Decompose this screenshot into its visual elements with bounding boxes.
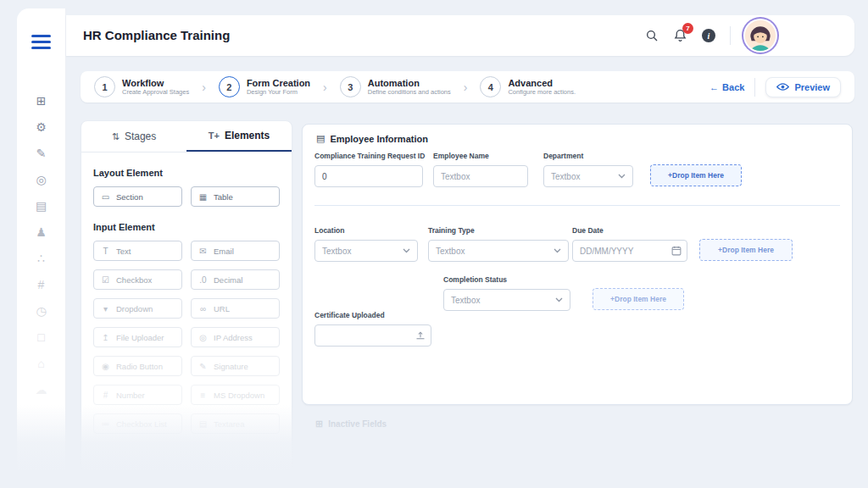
upload-icon[interactable] bbox=[415, 330, 426, 341]
step-advanced[interactable]: 4 Advanced Configure more actions. bbox=[480, 76, 576, 97]
element-decimal[interactable]: .0 Decimal bbox=[191, 269, 280, 290]
request-id-input[interactable] bbox=[314, 165, 423, 187]
element-dropdown[interactable]: ▾ Dropdown bbox=[93, 298, 182, 319]
textarea-icon: ▤ bbox=[198, 419, 208, 429]
radio-icon: ◉ bbox=[101, 362, 110, 371]
archive-icon[interactable]: □ bbox=[37, 331, 44, 343]
element-label: Number bbox=[116, 391, 145, 400]
palette-body: Layout Element ▭ Section ▦ Table Input E… bbox=[81, 152, 292, 444]
documents-icon[interactable]: ▤ bbox=[36, 200, 47, 212]
step-label: Automation bbox=[368, 78, 451, 89]
drop-zone-label: +Drop Item Here bbox=[718, 246, 774, 254]
users-icon[interactable]: ♟ bbox=[36, 226, 47, 238]
boards-icon[interactable]: ⊞ bbox=[36, 95, 47, 107]
employee-name-input[interactable] bbox=[433, 165, 528, 187]
department-select[interactable]: Textbox bbox=[543, 165, 633, 187]
notifications-bell-icon[interactable]: 7 bbox=[673, 28, 687, 43]
layout-element-grid: ▭ Section ▦ Table bbox=[93, 186, 280, 207]
checkbox-list-icon: ≔ bbox=[101, 419, 110, 429]
element-ms-dropdown[interactable]: ≡ MS Dropdown bbox=[191, 385, 280, 405]
section-icon: ▤ bbox=[316, 133, 325, 144]
element-label: Textarea bbox=[214, 419, 244, 429]
inactive-fields-label: Inactive Fields bbox=[328, 419, 387, 429]
step-automation[interactable]: 3 Automation Define conditions and actio… bbox=[340, 76, 451, 97]
menu-icon[interactable] bbox=[31, 35, 51, 49]
search-icon[interactable] bbox=[645, 29, 659, 42]
element-label: Text bbox=[116, 247, 131, 256]
training-type-select[interactable]: Textbox bbox=[428, 240, 569, 262]
element-checkbox-list[interactable]: ≔ Checkbox List bbox=[93, 413, 182, 434]
integrations-icon[interactable]: # bbox=[38, 279, 45, 291]
element-number[interactable]: # Number bbox=[93, 385, 182, 405]
element-section[interactable]: ▭ Section bbox=[93, 186, 182, 207]
element-signature[interactable]: ✎ Signature bbox=[191, 356, 280, 376]
drop-zone-3[interactable]: +Drop Item Here bbox=[593, 288, 684, 310]
step-number: 3 bbox=[340, 76, 361, 97]
field-completion-status: Completion Status Textbox bbox=[443, 275, 570, 311]
tab-label: Stages bbox=[125, 130, 156, 142]
element-label: Decimal bbox=[214, 275, 242, 285]
field-label: Compliance Training Request ID bbox=[314, 152, 423, 160]
element-text[interactable]: T Text bbox=[93, 241, 182, 261]
element-label: Signature bbox=[214, 362, 248, 371]
completion-status-select[interactable]: Textbox bbox=[443, 289, 570, 311]
element-radio-button[interactable]: ◉ Radio Button bbox=[93, 356, 182, 376]
element-checkbox[interactable]: ☑ Checkbox bbox=[93, 269, 182, 290]
preview-button[interactable]: Preview bbox=[765, 77, 841, 97]
email-icon: ✉ bbox=[198, 247, 208, 256]
page-title: HR Compliance Training bbox=[83, 28, 230, 42]
inactive-fields-toggle[interactable]: ⊞ Inactive Fields bbox=[315, 419, 387, 430]
step-number: 1 bbox=[94, 76, 115, 97]
stepper-actions: ← Back Preview bbox=[709, 77, 841, 97]
step-desc: Design Your Form bbox=[247, 88, 310, 96]
drop-zone-label: +Drop Item Here bbox=[668, 171, 724, 180]
element-file-uploader[interactable]: ↥ File Uploader bbox=[93, 327, 182, 347]
tab-stages[interactable]: ⇅ Stages bbox=[81, 121, 186, 152]
process-icon[interactable]: ⚙ bbox=[36, 121, 47, 133]
form-canvas-section: ▤ Employee Information Compliance Traini… bbox=[302, 124, 853, 405]
certificate-upload-input[interactable] bbox=[314, 324, 431, 347]
section-header: ▤ Employee Information bbox=[316, 133, 428, 144]
chevron-down-icon bbox=[554, 248, 561, 253]
step-label: Form Creation bbox=[247, 78, 310, 89]
chevron-down-icon bbox=[618, 174, 626, 179]
checkbox-icon: ☑ bbox=[101, 275, 110, 285]
select-value: Textbox bbox=[551, 172, 580, 181]
step-label: Workflow bbox=[122, 78, 189, 89]
form-builder-icon[interactable]: ✎ bbox=[36, 147, 47, 159]
back-button[interactable]: ← Back bbox=[709, 82, 744, 92]
drop-zone-1[interactable]: +Drop Item Here bbox=[650, 164, 742, 186]
step-workflow[interactable]: 1 Workflow Create Approval Stages bbox=[94, 76, 189, 97]
drop-zone-2[interactable]: +Drop Item Here bbox=[699, 239, 793, 261]
text-icon: T bbox=[101, 247, 110, 256]
location-select[interactable]: Textbox bbox=[314, 240, 418, 262]
field-department: Department Textbox bbox=[543, 152, 633, 187]
home-icon[interactable]: ⌂ bbox=[37, 358, 44, 369]
inactive-fields-icon: ⊞ bbox=[315, 419, 323, 430]
element-table[interactable]: ▦ Table bbox=[191, 186, 280, 207]
table-icon: ▦ bbox=[198, 192, 208, 202]
element-textarea[interactable]: ▤ Textarea bbox=[191, 413, 280, 434]
element-label: Radio Button bbox=[116, 362, 163, 371]
step-label: Advanced bbox=[508, 78, 576, 89]
topbar: HR Compliance Training 7 i bbox=[66, 15, 854, 56]
history-icon[interactable]: ◷ bbox=[36, 305, 46, 317]
step-form-creation[interactable]: 2 Form Creation Design Your Form bbox=[219, 76, 310, 97]
field-label: Training Type bbox=[428, 226, 569, 235]
records-icon[interactable]: ◎ bbox=[36, 174, 46, 186]
info-icon[interactable]: i bbox=[702, 29, 715, 42]
due-date-input[interactable] bbox=[572, 240, 687, 262]
user-avatar[interactable] bbox=[745, 20, 776, 51]
stages-icon: ⇅ bbox=[112, 131, 120, 142]
step-desc: Create Approval Stages bbox=[122, 88, 189, 96]
text-plus-icon: T+ bbox=[209, 130, 220, 141]
chevron-down-icon bbox=[403, 248, 410, 253]
wizard-stepper: 1 Workflow Create Approval Stages › 2 Fo… bbox=[81, 71, 854, 103]
element-url[interactable]: ∞ URL bbox=[191, 298, 280, 319]
element-email[interactable]: ✉ Email bbox=[191, 241, 280, 261]
calendar-icon[interactable] bbox=[671, 246, 682, 256]
cloud-icon[interactable]: ☁ bbox=[36, 384, 47, 396]
nodes-icon[interactable]: ∴ bbox=[37, 252, 45, 264]
element-ip-address[interactable]: ◎ IP Address bbox=[191, 327, 280, 347]
tab-elements[interactable]: T+ Elements bbox=[186, 121, 292, 152]
